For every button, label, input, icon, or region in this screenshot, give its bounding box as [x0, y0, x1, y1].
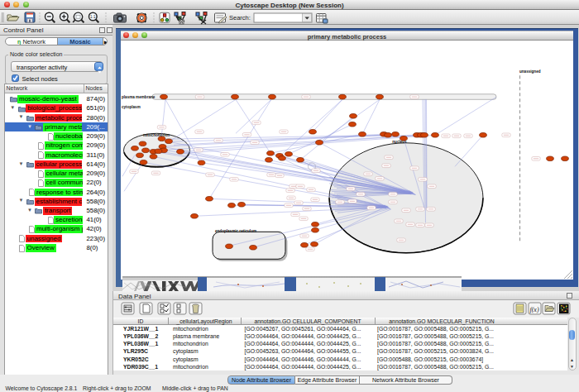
svg-text:cytoplasm: cytoplasm: [122, 105, 141, 109]
svg-text:Search:: Search:: [229, 14, 251, 22]
svg-text:1:1: 1:1: [90, 15, 96, 19]
svg-text:endoplasmic reticulum: endoplasmic reticulum: [215, 228, 256, 232]
svg-text:plasma membrane: plasma membrane: [122, 94, 156, 98]
svg-text:mitochondrion: mitochondrion: [143, 132, 170, 136]
svg-text:f(x): f(x): [529, 306, 538, 313]
svg-text:unassigned: unassigned: [519, 69, 541, 74]
